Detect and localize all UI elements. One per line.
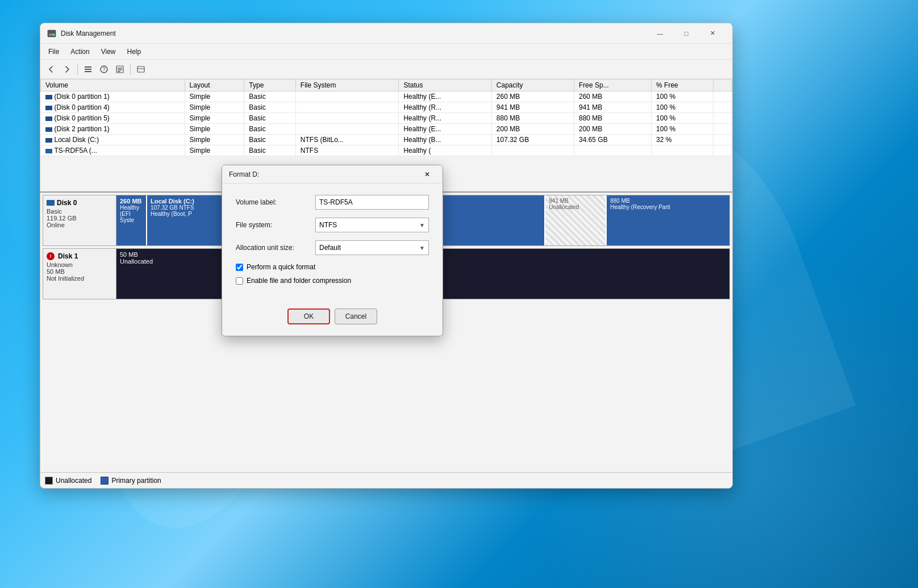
quick-format-checkbox[interactable] [236,264,243,271]
filesystem-select[interactable]: NTFS ▼ [315,218,429,232]
quick-format-row: Perform a quick format [236,263,429,271]
dialog-footer: OK Cancel [222,302,443,336]
compression-checkbox[interactable] [236,277,243,285]
filesystem-label: File system: [236,221,315,229]
quick-format-label[interactable]: Perform a quick format [247,263,315,271]
allocation-label: Allocation unit size: [236,244,315,252]
dialog-content: Volume label: File system: NTFS ▼ Alloca… [222,184,443,302]
ok-button[interactable]: OK [287,308,330,324]
allocation-select[interactable]: Default ▼ [315,240,429,255]
volume-label-label: Volume label: [236,198,315,206]
compression-label[interactable]: Enable file and folder compression [247,277,351,285]
allocation-select-arrow: ▼ [419,245,425,251]
dialog-titlebar: Format D: ✕ [222,165,443,184]
format-dialog: Format D: ✕ Volume label: File system: N… [222,165,443,336]
volume-label-input[interactable] [315,195,429,210]
compression-row: Enable file and folder compression [236,277,429,285]
modal-overlay: Format D: ✕ Volume label: File system: N… [0,0,918,588]
volume-label-row: Volume label: [236,195,429,210]
dialog-close-button[interactable]: ✕ [419,167,436,182]
filesystem-row: File system: NTFS ▼ [236,218,429,232]
dialog-title: Format D: [229,170,419,178]
allocation-row: Allocation unit size: Default ▼ [236,240,429,255]
cancel-button[interactable]: Cancel [335,308,377,324]
filesystem-select-arrow: ▼ [419,222,425,228]
checkboxes-area: Perform a quick format Enable file and f… [236,263,429,285]
